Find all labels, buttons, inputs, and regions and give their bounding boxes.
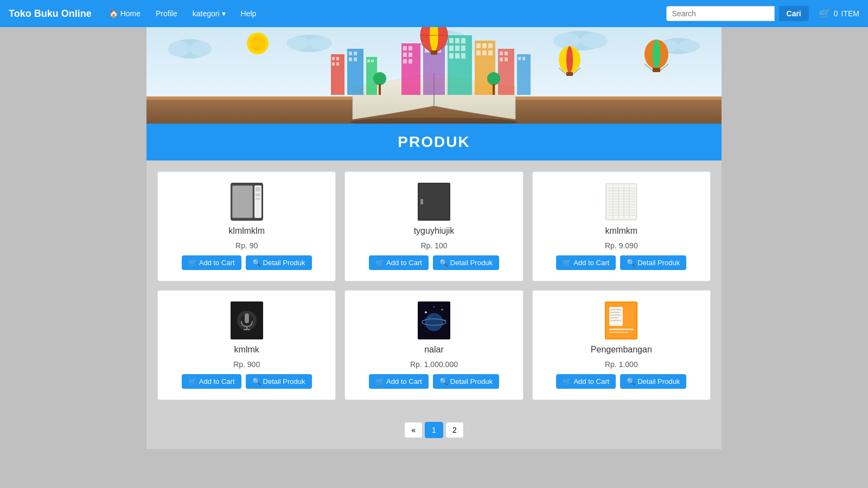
product-name: nalar [424, 345, 444, 355]
products-grid: klmlmklm Rp. 90 🛒 Add to Cart 🔍 Detail P… [146, 160, 722, 411]
pagination-page-1[interactable]: 1 [425, 422, 443, 438]
home-icon: 🏠 [109, 9, 118, 18]
svg-rect-30 [349, 57, 352, 61]
svg-rect-29 [354, 52, 357, 55]
svg-rect-70 [505, 52, 508, 55]
svg-rect-40 [403, 53, 407, 57]
main-content: PRODUK klmlmklm Rp. 90 🛒 Add t [0, 27, 868, 449]
detail-produk-button[interactable]: 🔍 Detail Produk [246, 255, 312, 270]
product-image [602, 183, 640, 221]
pagination: «12 [146, 411, 722, 449]
nav-kategori[interactable]: kategori ▾ [186, 5, 232, 22]
detail-produk-button[interactable]: 🔍 Detail Produk [433, 374, 499, 389]
detail-produk-button[interactable]: 🔍 Detail Produk [620, 255, 686, 270]
cart-icon: 🛒 [375, 377, 384, 386]
add-to-cart-button[interactable]: 🛒 Add to Cart [182, 374, 241, 389]
detail-produk-button[interactable]: 🔍 Detail Produk [620, 374, 686, 389]
search-icon: 🔍 [627, 259, 635, 267]
svg-rect-77 [522, 57, 525, 60]
svg-point-91 [653, 40, 660, 69]
svg-rect-146 [610, 320, 621, 321]
cart-icon[interactable]: 🛒 [819, 8, 831, 20]
cari-button[interactable]: Cari [779, 6, 809, 21]
search-input[interactable] [666, 6, 775, 21]
nav-profile[interactable]: Profile [149, 5, 184, 22]
svg-rect-33 [367, 60, 370, 62]
cart-area: 🛒 0 ITEM [819, 8, 859, 20]
svg-rect-141 [624, 307, 633, 326]
pagination-page-2[interactable]: 2 [445, 422, 464, 438]
svg-rect-65 [476, 50, 481, 55]
product-price: Rp. 1.000.000 [410, 360, 458, 369]
svg-rect-59 [455, 53, 459, 59]
add-to-cart-button[interactable]: 🛒 Add to Cart [182, 255, 241, 270]
svg-rect-68 [498, 49, 514, 95]
content-wrapper: PRODUK klmlmklm Rp. 90 🛒 Add t [146, 27, 722, 449]
product-price: Rp. 90 [235, 241, 258, 250]
add-to-cart-button[interactable]: 🛒 Add to Cart [369, 374, 429, 389]
product-price: Rp. 900 [233, 360, 260, 369]
svg-point-73 [487, 72, 500, 85]
banner [146, 27, 722, 124]
svg-point-16 [580, 33, 608, 48]
svg-rect-55 [449, 46, 454, 51]
svg-rect-38 [403, 46, 407, 50]
svg-rect-42 [403, 59, 407, 63]
navbar: Toko Buku Online 🏠 Home Profile kategori… [0, 0, 868, 27]
svg-rect-75 [517, 54, 531, 95]
product-name: Pengembangan [591, 345, 652, 355]
add-to-cart-button[interactable]: 🛒 Add to Cart [556, 255, 616, 270]
product-name: tyguyhiujik [414, 226, 455, 236]
product-name: kmlmk [234, 345, 259, 355]
svg-rect-101 [256, 198, 260, 200]
svg-point-129 [425, 311, 427, 313]
detail-produk-button[interactable]: 🔍 Detail Produk [246, 374, 312, 389]
svg-rect-64 [488, 43, 493, 48]
cart-icon: 🛒 [563, 259, 571, 267]
svg-point-35 [373, 72, 386, 85]
svg-rect-63 [482, 43, 487, 48]
svg-rect-71 [500, 57, 503, 61]
svg-rect-61 [475, 41, 495, 95]
svg-rect-96 [232, 185, 253, 218]
svg-rect-31 [354, 57, 357, 61]
product-actions: 🛒 Add to Cart 🔍 Detail Produk [556, 255, 686, 270]
svg-rect-145 [610, 317, 618, 318]
add-to-cart-button[interactable]: 🛒 Add to Cart [369, 255, 429, 270]
svg-rect-27 [347, 49, 363, 95]
produk-header: PRODUK [146, 124, 722, 160]
product-price: Rp. 9.090 [605, 241, 638, 250]
nav-home[interactable]: 🏠 Home [103, 5, 147, 22]
product-card: tyguyhiujik Rp. 100 🛒 Add to Cart 🔍 Deta… [344, 171, 523, 281]
svg-rect-87 [566, 72, 573, 76]
product-image [415, 301, 453, 339]
detail-produk-button[interactable]: 🔍 Detail Produk [433, 255, 499, 270]
svg-rect-142 [610, 309, 621, 310]
svg-rect-41 [409, 53, 412, 57]
cart-label: ITEM [841, 9, 859, 18]
search-icon: 🔍 [252, 259, 261, 267]
svg-rect-100 [256, 194, 260, 196]
nav-help[interactable]: Help [234, 5, 263, 22]
svg-point-9 [286, 37, 310, 50]
svg-rect-43 [409, 59, 412, 63]
svg-rect-54 [461, 38, 465, 43]
search-icon: 🔍 [627, 377, 635, 386]
product-card: kmlmkm Rp. 9.090 🛒 Add to Cart 🔍 Detail … [532, 171, 711, 281]
search-icon: 🔍 [439, 259, 448, 267]
product-actions: 🛒 Add to Cart 🔍 Detail Produk [369, 255, 499, 270]
product-name: kmlmkm [605, 226, 638, 236]
svg-rect-74 [493, 84, 495, 95]
svg-rect-147 [609, 329, 633, 330]
svg-rect-60 [461, 53, 465, 59]
brand-link[interactable]: Toko Buku Online [9, 8, 92, 20]
svg-rect-37 [401, 43, 420, 95]
svg-point-131 [433, 306, 435, 307]
svg-rect-22 [331, 54, 344, 95]
cart-count: 0 [834, 9, 838, 18]
svg-rect-76 [518, 57, 521, 60]
pagination-prev[interactable]: « [404, 422, 423, 438]
product-price: Rp. 100 [420, 241, 447, 250]
svg-rect-99 [256, 187, 260, 191]
add-to-cart-button[interactable]: 🛒 Add to Cart [556, 374, 616, 389]
